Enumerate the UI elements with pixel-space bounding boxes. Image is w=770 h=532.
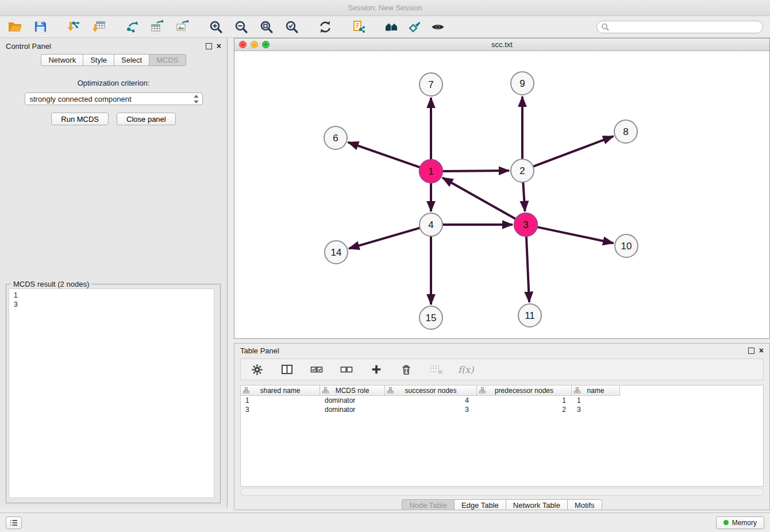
home-layout-button[interactable] [384,19,400,35]
graph-node-8[interactable]: 8 [614,120,637,143]
zoom-fit-icon [259,20,274,34]
refresh-view-button[interactable] [317,19,333,35]
table-tab-motifs[interactable]: Motifs [567,499,602,510]
column-header-name[interactable]: name [572,385,620,396]
table-cell[interactable]: dominator [320,405,385,414]
open-file-button[interactable] [7,19,23,35]
table-tab-node-table[interactable]: Node Table [402,499,455,510]
graph-node-15[interactable]: 15 [419,306,442,329]
delete-table-button[interactable] [428,361,444,377]
delete-row-button[interactable] [398,361,414,377]
memory-button[interactable]: Memory [716,516,764,529]
column-header-label: predecessor nodes [495,387,553,395]
save-session-button[interactable] [32,19,48,35]
edge-1-6[interactable] [348,142,420,168]
search-input[interactable] [596,21,763,33]
table-cell[interactable]: dominator [320,396,385,405]
zoom-in-button[interactable] [208,19,224,35]
table-cell[interactable]: 3 [385,405,477,414]
graph-node-11[interactable]: 11 [518,304,541,327]
graph-node-6[interactable]: 6 [324,126,347,149]
show-graphics-details-button[interactable] [430,19,446,35]
table-tab-network-table[interactable]: Network Table [506,499,568,510]
table-cell[interactable]: 3 [241,405,320,414]
zoom-out-button[interactable] [233,19,249,35]
add-row-button[interactable] [368,361,384,377]
edge-4-14[interactable] [349,228,420,249]
tab-style[interactable]: Style [83,54,114,66]
table-cell[interactable]: 3 [572,405,620,414]
minimize-window-icon[interactable] [251,41,258,48]
edge-3-1[interactable] [442,178,516,219]
select-all-button[interactable] [309,361,325,377]
show-columns-button[interactable] [279,361,295,377]
graph-node-1[interactable]: 1 [419,160,442,183]
table-row[interactable]: 3dominator323 [241,405,763,414]
zoom-selected-icon [284,20,299,34]
close-window-icon[interactable] [239,41,247,48]
svg-text:4: 4 [428,219,433,230]
edge-3-10[interactable] [537,227,614,243]
import-table-icon [91,20,106,34]
float-table-panel-icon[interactable] [748,348,754,354]
import-table-button[interactable] [91,19,107,35]
mcds-result-list[interactable]: 13 [9,288,214,498]
zoom-window-icon[interactable] [262,41,270,48]
float-panel-icon[interactable] [206,43,212,49]
zoom-fit-button[interactable] [259,19,275,35]
graph-node-3[interactable]: 3 [514,213,537,236]
dropdown-arrows-icon [194,95,199,105]
edge-2-8[interactable] [533,136,614,167]
tab-select[interactable]: Select [114,54,149,66]
table-cell[interactable]: 1 [477,396,572,405]
column-header-shared-name[interactable]: shared name [241,385,320,396]
export-image-button[interactable] [175,19,191,35]
criterion-dropdown[interactable]: strongly connected component [25,92,203,105]
import-network-button[interactable] [66,19,82,35]
column-header-predecessor-nodes[interactable]: predecessor nodes [477,385,572,396]
task-history-button[interactable] [6,516,22,529]
deselect-all-button[interactable] [338,361,355,377]
tab-mcds[interactable]: MCDS [149,54,186,66]
table-settings-button[interactable] [249,361,265,377]
refresh-icon [318,20,333,34]
table-cell[interactable]: 4 [385,396,477,405]
node-table: shared nameMCDS rolesuccessor nodesprede… [240,385,764,487]
close-panel-button[interactable]: Close panel [117,113,176,125]
network-window-titlebar[interactable]: scc.txt [234,38,769,51]
graph-node-10[interactable]: 10 [615,234,638,257]
column-header-label: shared name [260,387,300,395]
list-icon [9,519,18,527]
zoom-selected-button[interactable] [284,19,300,35]
edge-1-2[interactable] [442,171,509,171]
close-panel-icon[interactable] [217,43,221,49]
table-cell[interactable]: 1 [572,396,620,405]
column-header-successor-nodes[interactable]: successor nodes [385,385,477,396]
table-cell[interactable]: 2 [477,405,572,414]
edge-2-3[interactable] [523,182,525,211]
run-mcds-button[interactable]: Run MCDS [51,113,109,125]
graph-node-2[interactable]: 2 [511,159,534,182]
apply-style-button[interactable] [407,19,423,35]
table-row[interactable]: 1dominator411 [241,396,763,405]
export-network-button[interactable] [124,19,140,35]
graph-node-4[interactable]: 4 [419,213,442,236]
deselect-all-icon [340,365,353,374]
network-graph[interactable]: 7968124314101511 [234,51,769,339]
export-table-button[interactable] [149,19,165,35]
function-builder-button[interactable]: f(x) [458,364,473,375]
table-horizontal-scrollbar[interactable] [240,488,764,496]
graph-node-7[interactable]: 7 [419,73,442,96]
table-body: 1dominator4113dominator323 [241,396,763,414]
table-tab-edge-table[interactable]: Edge Table [454,499,506,510]
graph-node-9[interactable]: 9 [511,72,534,95]
close-table-panel-icon[interactable] [759,348,764,354]
table-cell[interactable]: 1 [241,396,320,405]
column-header-mcds-role[interactable]: MCDS role [320,385,385,396]
edge-3-11[interactable] [526,236,529,302]
copy-network-button[interactable] [351,19,367,35]
tab-network[interactable]: Network [41,54,83,66]
result-line: 3 [9,300,214,309]
search-icon [601,23,609,33]
graph-node-14[interactable]: 14 [325,241,348,264]
